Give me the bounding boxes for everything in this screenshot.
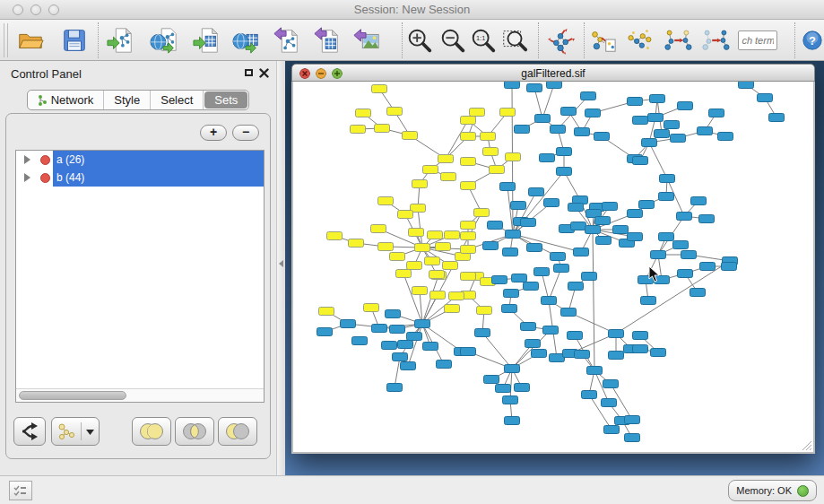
graph-node[interactable]	[722, 263, 737, 271]
graph-node[interactable]	[403, 132, 418, 140]
network-canvas[interactable]	[291, 82, 815, 454]
graph-node[interactable]	[327, 232, 343, 240]
graph-node[interactable]	[401, 362, 416, 370]
graph-node[interactable]	[671, 135, 686, 143]
graph-node[interactable]	[449, 292, 464, 300]
graph-node[interactable]	[535, 115, 551, 123]
graph-node[interactable]	[651, 251, 666, 259]
graph-node[interactable]	[415, 244, 430, 252]
graph-node[interactable]	[571, 222, 586, 230]
float-panel-icon[interactable]	[245, 69, 253, 76]
graph-node[interactable]	[425, 257, 440, 265]
graph-node[interactable]	[436, 243, 451, 251]
graph-node[interactable]	[568, 204, 584, 212]
help-button[interactable]: ?	[801, 25, 824, 56]
frame-close-icon[interactable]	[299, 68, 310, 79]
task-history-button[interactable]	[9, 481, 32, 500]
import-table-file-button[interactable]	[192, 25, 222, 56]
graph-node[interactable]	[660, 175, 675, 183]
toolbar-grip[interactable]	[4, 23, 8, 57]
frame-maximize-icon[interactable]	[332, 68, 343, 79]
new-network-from-selection-button[interactable]	[587, 25, 618, 56]
show-all-button[interactable]	[700, 25, 731, 56]
graph-node[interactable]	[387, 384, 403, 392]
graph-node[interactable]	[547, 82, 562, 89]
graph-node[interactable]	[393, 353, 408, 361]
graph-node[interactable]	[503, 248, 518, 256]
import-network-url-button[interactable]	[150, 25, 180, 56]
graph-node[interactable]	[461, 182, 476, 190]
graph-node[interactable]	[603, 203, 618, 211]
graph-node[interactable]	[351, 126, 366, 134]
graph-node[interactable]	[398, 341, 413, 349]
graph-node[interactable]	[428, 231, 443, 239]
graph-node[interactable]	[613, 226, 629, 234]
graph-node[interactable]	[521, 219, 536, 227]
graph-node[interactable]	[659, 193, 674, 201]
graph-node[interactable]	[398, 211, 413, 219]
expand-arrow-icon[interactable]	[24, 155, 30, 164]
graph-node[interactable]	[396, 270, 412, 278]
graph-node[interactable]	[319, 308, 334, 316]
graph-node[interactable]	[534, 268, 550, 276]
import-table-url-button[interactable]	[231, 25, 262, 56]
graph-node[interactable]	[551, 126, 566, 134]
graph-node[interactable]	[492, 276, 507, 284]
set-row-a[interactable]: a (26)	[16, 151, 264, 169]
scrollbar-thumb[interactable]	[19, 391, 126, 400]
graph-node[interactable]	[625, 416, 640, 424]
graph-node[interactable]	[650, 95, 665, 103]
graph-node[interactable]	[524, 282, 539, 291]
graph-node[interactable]	[470, 109, 485, 117]
graph-node[interactable]	[407, 262, 422, 270]
graph-node[interactable]	[500, 109, 516, 117]
graph-node[interactable]	[511, 202, 526, 210]
graph-node[interactable]	[441, 173, 456, 181]
hide-selected-button[interactable]	[663, 25, 693, 56]
graph-node[interactable]	[356, 109, 371, 117]
graph-node[interactable]	[557, 148, 572, 156]
apply-layout-button[interactable]	[546, 25, 577, 56]
graph-node[interactable]	[595, 217, 611, 225]
graph-node[interactable]	[506, 153, 521, 161]
graph-node[interactable]	[739, 82, 754, 89]
graph-node[interactable]	[633, 332, 648, 340]
graph-node[interactable]	[758, 94, 773, 102]
graph-node[interactable]	[506, 230, 521, 239]
difference-button[interactable]	[218, 417, 257, 446]
graph-node[interactable]	[709, 109, 724, 117]
graph-node[interactable]	[505, 417, 520, 425]
export-table-button[interactable]	[312, 25, 343, 56]
tab-sets[interactable]: Sets	[204, 91, 247, 109]
dropdown-arrow-icon[interactable]	[86, 429, 94, 435]
graph-node[interactable]	[412, 287, 428, 295]
graph-node[interactable]	[655, 130, 670, 138]
close-panel-icon[interactable]	[259, 68, 269, 78]
graph-node[interactable]	[445, 231, 460, 239]
graph-node[interactable]	[633, 157, 648, 165]
graph-node[interactable]	[561, 308, 577, 317]
graph-node[interactable]	[690, 289, 706, 297]
graph-node[interactable]	[378, 243, 394, 251]
graph-node[interactable]	[378, 197, 394, 205]
graph-node[interactable]	[503, 396, 518, 404]
graph-node[interactable]	[642, 139, 657, 147]
zoom-in-button[interactable]	[404, 25, 435, 56]
horizontal-scrollbar[interactable]	[16, 388, 264, 402]
graph-node[interactable]	[461, 232, 476, 240]
first-neighbors-button[interactable]	[625, 25, 655, 56]
graph-node[interactable]	[349, 239, 364, 248]
graph-node[interactable]	[568, 282, 584, 291]
graph-node[interactable]	[445, 305, 460, 313]
graph-node[interactable]	[387, 108, 403, 116]
graph-node[interactable]	[648, 114, 664, 122]
graph-node[interactable]	[561, 108, 577, 116]
graph-node[interactable]	[375, 125, 390, 133]
zoom-out-button[interactable]	[438, 25, 468, 56]
graph-node[interactable]	[594, 133, 610, 141]
tab-network[interactable]: Network	[28, 91, 105, 109]
graph-node[interactable]	[628, 233, 643, 241]
graph-node[interactable]	[698, 127, 713, 135]
graph-node[interactable]	[515, 126, 530, 134]
graph-node[interactable]	[505, 365, 520, 373]
